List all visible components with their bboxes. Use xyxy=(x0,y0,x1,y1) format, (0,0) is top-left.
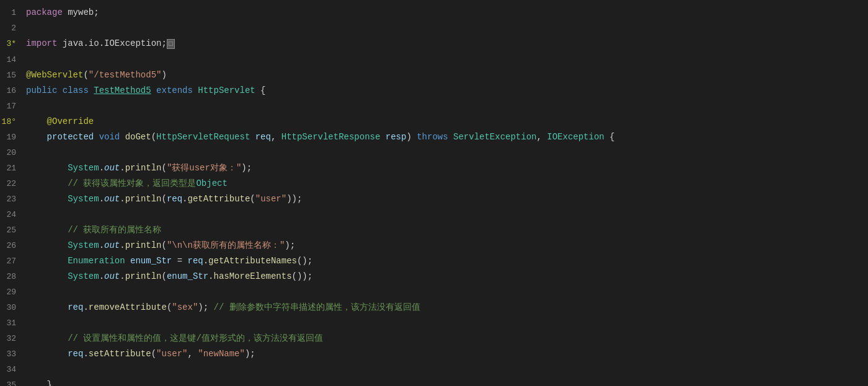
line-num-28: 28 xyxy=(0,269,24,284)
line-content-26: System.out.println("\n\n获取所有的属性名称："); xyxy=(24,238,868,253)
line-num-25: 25 xyxy=(0,222,24,238)
code-line-14: 14 xyxy=(0,52,868,68)
line-num-24: 24 xyxy=(0,207,24,222)
code-line-2: 2 xyxy=(0,20,868,36)
line-num-26: 26 xyxy=(0,238,24,253)
line-num-16: 16 xyxy=(0,83,24,99)
code-line-28: 28 System.out.println(enum_Str.hasMoreEl… xyxy=(0,269,868,284)
code-line-25: 25 // 获取所有的属性名称 xyxy=(0,222,868,238)
line-num-2: 2 xyxy=(0,20,24,36)
line-num-17: 17 xyxy=(0,99,24,114)
code-line-35: 35 } xyxy=(0,377,868,386)
line-num-1: 1 xyxy=(0,5,24,20)
line-content-28: System.out.println(enum_Str.hasMoreEleme… xyxy=(24,269,868,284)
line-num-20: 20 xyxy=(0,145,24,160)
line-num-3: 3* xyxy=(0,36,24,51)
code-line-17: 17 xyxy=(0,99,868,114)
line-num-27: 27 xyxy=(0,253,24,269)
code-line-20: 20 xyxy=(0,145,868,160)
line-content-16: public class TestMethod5 extends HttpSer… xyxy=(24,83,868,99)
line-num-21: 21 xyxy=(0,160,24,176)
line-content-3: import java.io.IOException;□ xyxy=(24,36,868,52)
line-content-15: @WebServlet("/testMethod5") xyxy=(24,68,868,83)
line-num-19: 19 xyxy=(0,129,24,145)
code-line-26: 26 System.out.println("\n\n获取所有的属性名称："); xyxy=(0,238,868,253)
line-num-34: 34 xyxy=(0,362,24,377)
line-content-30: req.removeAttribute("sex"); // 删除参数中字符串描… xyxy=(24,300,868,315)
line-content-33: req.setAttribute("user", "newName"); xyxy=(24,346,868,362)
code-editor: 1 package myweb; 2 3* import java.io.IOE… xyxy=(0,0,868,386)
line-content-22: // 获得该属性对象，返回类型是Object xyxy=(24,176,868,191)
code-line-34: 34 xyxy=(0,362,868,377)
code-line-3: 3* import java.io.IOException;□ xyxy=(0,36,868,52)
line-content-27: Enumeration enum_Str = req.getAttributeN… xyxy=(24,253,868,269)
code-line-24: 24 xyxy=(0,207,868,222)
line-content-23: System.out.println(req.getAttribute("use… xyxy=(24,191,868,207)
line-content-18: @Override xyxy=(24,114,868,129)
line-num-23: 23 xyxy=(0,191,24,207)
code-line-21: 21 System.out.println("获得user对象："); xyxy=(0,160,868,176)
line-num-14: 14 xyxy=(0,52,24,68)
line-num-29: 29 xyxy=(0,284,24,300)
line-content-19: protected void doGet(HttpServletRequest … xyxy=(24,129,868,145)
code-line-23: 23 System.out.println(req.getAttribute("… xyxy=(0,191,868,207)
line-num-32: 32 xyxy=(0,331,24,346)
line-content-25: // 获取所有的属性名称 xyxy=(24,222,868,238)
code-line-32: 32 // 设置属性和属性的值，这是键/值对形式的，该方法没有返回值 xyxy=(0,331,868,346)
line-num-18: 18° xyxy=(0,114,24,129)
code-line-18: 18° @Override xyxy=(0,114,868,129)
code-line-33: 33 req.setAttribute("user", "newName"); xyxy=(0,346,868,362)
line-num-31: 31 xyxy=(0,315,24,331)
code-line-27: 27 Enumeration enum_Str = req.getAttribu… xyxy=(0,253,868,269)
code-line-16: 16 public class TestMethod5 extends Http… xyxy=(0,83,868,99)
code-line-22: 22 // 获得该属性对象，返回类型是Object xyxy=(0,176,868,191)
line-num-35: 35 xyxy=(0,377,24,386)
line-content-35: } xyxy=(24,377,868,386)
code-line-1: 1 package myweb; xyxy=(0,5,868,20)
code-line-30: 30 req.removeAttribute("sex"); // 删除参数中字… xyxy=(0,300,868,315)
line-num-30: 30 xyxy=(0,300,24,315)
line-num-33: 33 xyxy=(0,346,24,362)
code-line-19: 19 protected void doGet(HttpServletReque… xyxy=(0,129,868,145)
code-line-15: 15 @WebServlet("/testMethod5") xyxy=(0,68,868,83)
code-line-31: 31 xyxy=(0,315,868,331)
line-num-15: 15 xyxy=(0,68,24,83)
line-content-21: System.out.println("获得user对象："); xyxy=(24,160,868,176)
line-num-22: 22 xyxy=(0,176,24,191)
code-line-29: 29 xyxy=(0,284,868,300)
line-content-32: // 设置属性和属性的值，这是键/值对形式的，该方法没有返回值 xyxy=(24,331,868,346)
line-content-1: package myweb; xyxy=(24,5,868,20)
